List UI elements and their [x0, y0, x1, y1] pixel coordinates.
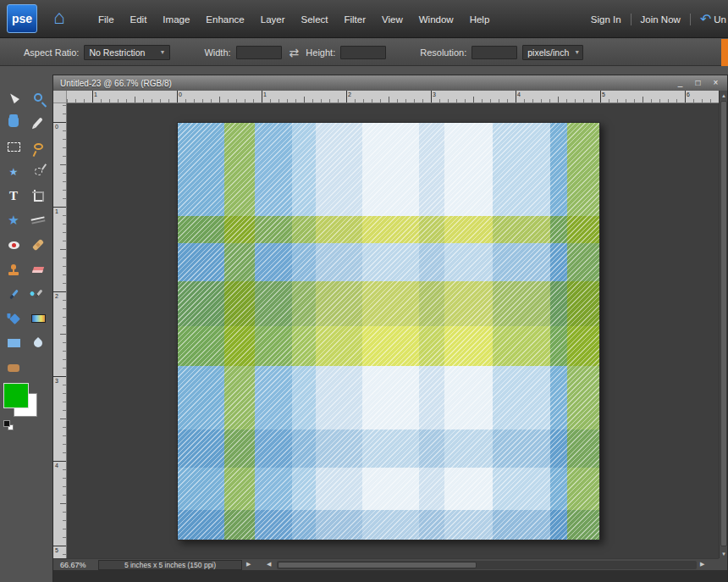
- minimize-icon[interactable]: _: [674, 77, 687, 88]
- straighten-tool[interactable]: [26, 209, 50, 231]
- swap-dimensions-icon[interactable]: ⇄: [290, 46, 300, 59]
- resolution-field[interactable]: [472, 46, 517, 59]
- pse-logo[interactable]: pse: [7, 4, 37, 33]
- join-now-link[interactable]: Join Now: [641, 14, 681, 25]
- scroll-right-icon[interactable]: ▶: [700, 561, 704, 568]
- units-dropdown[interactable]: pixels/inch ▼: [522, 45, 583, 60]
- marquee-icon: [8, 142, 20, 152]
- magic-wand-icon: [9, 164, 19, 179]
- menu-image[interactable]: Image: [163, 14, 190, 25]
- resize-corner[interactable]: [719, 558, 727, 570]
- status-bar: 66.67% 5 inches x 5 inches (150 ppi) ▶ ◀…: [53, 558, 727, 570]
- zoom-tool[interactable]: [26, 86, 50, 108]
- menu-bar: pse ⌂ FileEditImageEnhanceLayerSelectFil…: [0, 0, 728, 38]
- menu-file[interactable]: File: [98, 14, 114, 25]
- default-colors-icon[interactable]: [3, 420, 14, 430]
- smart-brush-tool[interactable]: [26, 283, 50, 305]
- menu-layer[interactable]: Layer: [261, 14, 285, 25]
- sponge-tool[interactable]: [2, 357, 25, 379]
- red-eye-icon: [8, 241, 19, 249]
- menu-window[interactable]: Window: [419, 14, 454, 25]
- account-area: Sign In Join Now ↶ Un: [591, 0, 728, 38]
- ruler-label: 0: [55, 124, 58, 130]
- aspect-ratio-value: No Restriction: [89, 47, 145, 58]
- move-icon: [8, 91, 19, 103]
- lasso-tool[interactable]: [26, 136, 50, 158]
- quick-selection-tool[interactable]: [26, 160, 50, 182]
- menu-view[interactable]: View: [382, 14, 403, 25]
- shape-tool[interactable]: [2, 332, 25, 354]
- ruler-label: 2: [55, 293, 58, 299]
- stamp-icon: [8, 272, 19, 275]
- home-icon[interactable]: ⌂: [53, 6, 65, 29]
- move-tool[interactable]: [2, 86, 25, 108]
- width-label: Width:: [204, 47, 230, 58]
- menu-filter[interactable]: Filter: [344, 14, 366, 25]
- restore-icon[interactable]: □: [692, 77, 704, 88]
- spot-healing-brush-tool[interactable]: [26, 234, 50, 256]
- paint-bucket-tool[interactable]: [2, 308, 25, 330]
- height-label: Height:: [306, 47, 335, 58]
- sign-in-link[interactable]: Sign In: [591, 14, 621, 25]
- undo-button[interactable]: ↶ Un: [700, 13, 726, 26]
- divider: [690, 14, 691, 25]
- crop-icon: [32, 190, 44, 202]
- menu-select[interactable]: Select: [301, 14, 328, 25]
- chevron-down-icon: ▼: [574, 49, 580, 55]
- eyedropper-tool[interactable]: [26, 111, 50, 133]
- red-eye-removal-tool[interactable]: [2, 234, 25, 256]
- zoom-level[interactable]: 66.67%: [60, 561, 86, 569]
- ruler-label: 5: [55, 547, 58, 553]
- close-icon[interactable]: ×: [709, 77, 722, 88]
- divider: [631, 14, 631, 25]
- scroll-up-icon[interactable]: ▲: [720, 91, 728, 100]
- resolution-label: Resolution:: [420, 47, 466, 58]
- healing-icon: [32, 239, 44, 251]
- brush-tool[interactable]: [2, 283, 25, 305]
- ruler-label: 4: [55, 463, 58, 468]
- menu-enhance[interactable]: Enhance: [206, 14, 244, 25]
- eraser-tool[interactable]: [26, 258, 50, 280]
- default-black-swatch: [3, 420, 10, 427]
- blur-tool[interactable]: [26, 332, 50, 354]
- magic-wand-tool[interactable]: [2, 160, 25, 182]
- crop-tool[interactable]: [26, 185, 50, 207]
- ruler-ticks-major: [67, 91, 719, 103]
- ruler-label: 1: [55, 208, 58, 214]
- rectangular-marquee-tool[interactable]: [2, 136, 25, 158]
- gradient-tool[interactable]: [26, 308, 50, 330]
- toolbox: [0, 66, 52, 582]
- status-popup-icon[interactable]: ▶: [246, 561, 251, 568]
- width-field[interactable]: [236, 46, 282, 59]
- cookie-cutter-tool[interactable]: [2, 209, 25, 231]
- image-canvas[interactable]: [177, 122, 600, 540]
- document-title: Untitled-23 @ 66.7% (RGB/8): [60, 79, 172, 88]
- quick-selection-icon: [35, 168, 42, 175]
- height-field[interactable]: [340, 46, 386, 59]
- hand-icon: [8, 117, 19, 127]
- scroll-down-icon[interactable]: ▼: [720, 549, 728, 558]
- window-controls: _ □ ×: [674, 77, 722, 88]
- zoom-icon: [34, 93, 42, 102]
- horizontal-scroll-thumb[interactable]: [278, 562, 477, 568]
- document-title-bar[interactable]: Untitled-23 @ 66.7% (RGB/8) _ □ ×: [53, 75, 727, 91]
- hand-tool[interactable]: [2, 111, 25, 133]
- menu-edit[interactable]: Edit: [130, 14, 147, 25]
- type-icon: [9, 188, 18, 203]
- vertical-ruler: 012345: [53, 103, 67, 558]
- shape-icon: [8, 339, 20, 347]
- clone-stamp-tool[interactable]: [2, 258, 25, 280]
- vertical-scroll-thumb[interactable]: [720, 101, 727, 546]
- document-info[interactable]: 5 inches x 5 inches (150 ppi): [98, 560, 242, 570]
- ruler-label: 1: [263, 91, 267, 97]
- menu-help[interactable]: Help: [470, 14, 490, 25]
- foreground-color-swatch[interactable]: [3, 383, 29, 408]
- window-bottom-edge: [53, 570, 727, 582]
- horizontal-scrollbar[interactable]: [277, 561, 697, 569]
- aspect-ratio-label: Aspect Ratio:: [24, 47, 79, 58]
- scroll-left-icon[interactable]: ◀: [267, 561, 271, 568]
- aspect-ratio-dropdown[interactable]: No Restriction ▼: [84, 45, 170, 60]
- type-tool[interactable]: [2, 185, 25, 207]
- document-window: Untitled-23 @ 66.7% (RGB/8) _ □ × 101234…: [52, 75, 728, 582]
- vertical-scrollbar[interactable]: ▲ ▼: [719, 91, 727, 558]
